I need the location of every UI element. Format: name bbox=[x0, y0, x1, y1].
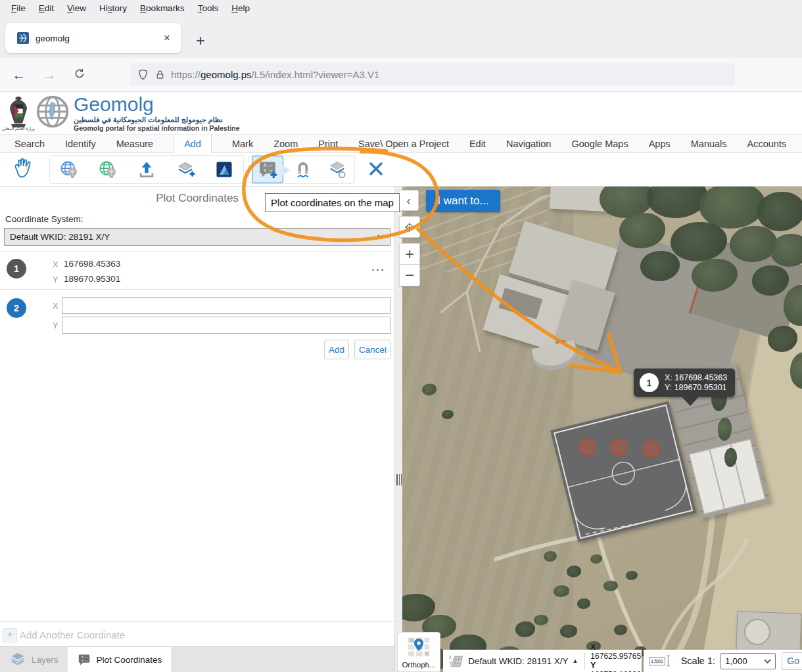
geolocate-icon bbox=[404, 219, 415, 235]
ribbon-tab-measure[interactable]: Measure bbox=[116, 135, 153, 152]
menu-view[interactable]: View bbox=[61, 2, 92, 14]
tab-close-button[interactable]: × bbox=[159, 30, 175, 46]
menu-bookmarks[interactable]: Bookmarks bbox=[134, 2, 191, 14]
basemap-globe-blue-button[interactable] bbox=[55, 156, 83, 183]
coordinate-system-label: Coordinate System: bbox=[5, 214, 83, 224]
popup-coordinates: X: 167698.45363 Y: 189670.95301 bbox=[665, 373, 727, 393]
browser-nav-bar: ← → https://geomolg.ps/L5/index.html?vie… bbox=[0, 58, 802, 92]
magnet-icon bbox=[293, 159, 314, 180]
browser-window: File Edit View History Bookmarks Tools H… bbox=[0, 0, 802, 672]
coordinate-popup[interactable]: 1 X: 167698.45363 Y: 189670.95301 bbox=[634, 369, 735, 397]
ribbon-tab-zoom[interactable]: Zoom bbox=[273, 135, 298, 152]
browser-tab-bar: geomolg × + bbox=[0, 16, 802, 58]
plot-xy-icon: XY bbox=[77, 653, 91, 667]
toolbar-group-plot: XY bbox=[248, 155, 355, 184]
menu-tools[interactable]: Tools bbox=[192, 2, 225, 14]
tagline-english: Geomolg portal for spatial information i… bbox=[74, 124, 240, 132]
svg-text:Y: Y bbox=[264, 168, 267, 173]
ribbon-tab-search[interactable]: Search bbox=[14, 135, 45, 152]
panel-collapse-button[interactable]: ‹ bbox=[398, 190, 419, 211]
upload-data-button[interactable] bbox=[132, 156, 161, 183]
ribbon-tab-apps[interactable]: Apps bbox=[649, 135, 671, 152]
url-bar[interactable]: https://geomolg.ps/L5/index.html?viewer=… bbox=[130, 63, 735, 86]
wkid-arrow-icon: ▲ bbox=[573, 658, 578, 664]
menu-edit[interactable]: Edit bbox=[33, 2, 60, 14]
zoom-out-button[interactable]: − bbox=[399, 265, 420, 286]
map-canvas[interactable] bbox=[402, 187, 802, 672]
site-header: وزارة الحكم المحلي Geomolg نظام جيومولج … bbox=[0, 92, 802, 134]
plot-coordinates-button[interactable]: XY bbox=[252, 156, 283, 183]
brand-name: Geomolg bbox=[74, 95, 240, 114]
ministry-name: وزارة الحكم المحلي bbox=[0, 126, 37, 131]
tagline-arabic: نظام جيومولج للمعلومات الجيومكانية في فل… bbox=[74, 116, 240, 124]
menu-file[interactable]: File bbox=[5, 2, 32, 14]
go-button[interactable]: Go bbox=[782, 652, 802, 670]
toolbar-group-add-data bbox=[49, 155, 244, 184]
close-toolbar-button[interactable] bbox=[364, 158, 386, 181]
zoom-in-button[interactable]: + bbox=[399, 243, 420, 265]
close-icon bbox=[367, 160, 385, 177]
brand-block: Geomolg نظام جيومولج للمعلومات الجيومكان… bbox=[74, 95, 240, 132]
lock-icon bbox=[154, 69, 166, 80]
coordinate-2-y-input[interactable] bbox=[62, 317, 390, 334]
chevron-down-icon bbox=[764, 659, 771, 663]
browser-menu-bar: File Edit View History Bookmarks Tools H… bbox=[0, 0, 802, 16]
panel-dock-tabs: Layers XY Plot Coordinates bbox=[0, 646, 394, 672]
forward-button[interactable]: → bbox=[38, 64, 60, 86]
coordinate-1-y-value: 189670.95301 bbox=[64, 274, 120, 284]
x-label: X bbox=[53, 259, 59, 269]
i-want-to-button[interactable]: I want to... bbox=[426, 190, 500, 212]
ribbon-tab-accounts[interactable]: Accounts bbox=[747, 135, 787, 152]
coordinate-system-select[interactable]: Default WKID: 28191 X/Y bbox=[4, 228, 390, 246]
ribbon-tab-manuals[interactable]: Manuals bbox=[691, 135, 727, 152]
basemap-switcher[interactable]: Orthoph... bbox=[397, 632, 440, 672]
ribbon-tab-save-open-project[interactable]: Save\ Open a Project bbox=[358, 135, 449, 152]
arcgis-icon bbox=[214, 159, 235, 180]
dock-tab-layers[interactable]: Layers bbox=[0, 647, 68, 672]
reload-button[interactable] bbox=[68, 64, 91, 86]
globe-green-icon bbox=[97, 158, 118, 181]
y-label: Y bbox=[590, 661, 600, 670]
ribbon-tab-bar: Search Identify Measure Add Mark Zoom Pr… bbox=[0, 134, 802, 153]
ribbon-tab-print[interactable]: Print bbox=[318, 135, 338, 152]
menu-help[interactable]: Help bbox=[225, 2, 256, 14]
y-label: Y bbox=[53, 321, 59, 330]
ribbon-tab-identify[interactable]: Identify bbox=[65, 135, 96, 152]
basemap-icon bbox=[407, 635, 431, 658]
coordinate-1-options-menu[interactable]: ··· bbox=[366, 258, 392, 280]
add-another-label: Add Another Coordinate bbox=[20, 629, 125, 640]
magnet-snapping-button[interactable] bbox=[289, 156, 318, 183]
ribbon-tab-mark[interactable]: Mark bbox=[232, 135, 253, 152]
scale-label: Scale 1: bbox=[681, 656, 715, 666]
arcgis-content-button[interactable] bbox=[210, 156, 239, 183]
pan-hand-button[interactable] bbox=[9, 156, 34, 182]
basemap-globe-green-button[interactable] bbox=[93, 156, 122, 183]
svg-text:X: X bbox=[449, 655, 452, 660]
coordinate-system-widget: X Y Default WKID: 28191 X/Y ▲ X167625.95… bbox=[443, 650, 642, 672]
geolocate-button[interactable] bbox=[399, 216, 420, 238]
tool-tooltip: Plot coordinates on the map bbox=[265, 193, 400, 212]
menu-history[interactable]: History bbox=[93, 2, 133, 14]
coordinate-2-x-input[interactable] bbox=[62, 297, 390, 314]
add-button[interactable]: Add bbox=[324, 340, 349, 359]
back-button[interactable]: ← bbox=[8, 64, 30, 86]
ribbon-tab-add[interactable]: Add bbox=[174, 135, 212, 153]
scale-widget: 1:500 Scale 1: 1,000 Go bbox=[644, 650, 802, 672]
new-tab-button[interactable]: + bbox=[191, 31, 210, 51]
browser-tab[interactable]: geomolg × bbox=[5, 23, 181, 53]
add-another-coordinate[interactable]: + Add Another Coordinate bbox=[0, 621, 394, 646]
ribbon-tab-navigation[interactable]: Navigation bbox=[506, 135, 552, 152]
tab-title: geomolg bbox=[35, 34, 159, 43]
scale-bar-icon: 1:500 bbox=[649, 657, 665, 665]
scale-value: 1,000 bbox=[725, 656, 747, 666]
add-layer-button[interactable] bbox=[171, 156, 200, 183]
ribbon-tab-google-maps[interactable]: Google Maps bbox=[571, 135, 628, 152]
cancel-button[interactable]: Cancel bbox=[354, 340, 390, 359]
scale-select[interactable]: 1,000 bbox=[720, 653, 776, 669]
dock-tab-plot-coordinates[interactable]: XY Plot Coordinates bbox=[68, 647, 172, 672]
ribbon-tab-edit[interactable]: Edit bbox=[469, 135, 486, 152]
wkid-selector[interactable]: Default WKID: 28191 X/Y bbox=[468, 656, 568, 666]
panel-resize-handle[interactable] bbox=[396, 474, 402, 485]
snapping-layers-button[interactable] bbox=[323, 156, 352, 183]
dock-tab-plot-label: Plot Coordinates bbox=[97, 655, 162, 665]
